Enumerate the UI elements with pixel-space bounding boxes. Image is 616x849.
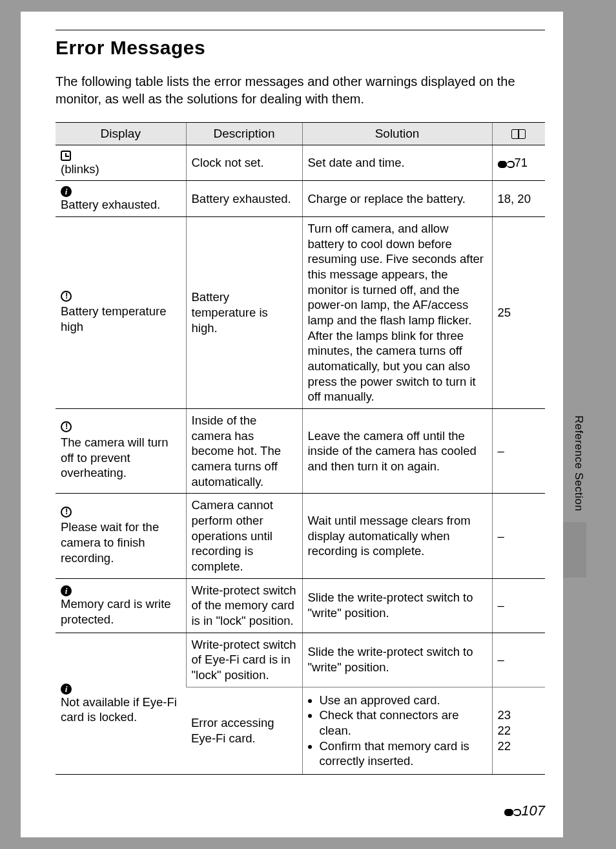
display-text: Not available if Eye-Fi card is locked.: [61, 695, 177, 724]
table-row: Please wait for the camera to finish rec…: [56, 494, 545, 578]
table-row: Battery temperature high Battery tempera…: [56, 216, 545, 408]
solution-cell: Charge or replace the battery.: [302, 181, 492, 217]
list-item: Check that connectors are clean.: [320, 708, 487, 738]
info-icon: i: [61, 186, 72, 197]
description-cell: Inside of the camera has become hot. The…: [186, 408, 302, 493]
description-cell: Error accessing Eye-Fi card.: [186, 687, 302, 774]
table-header-row: Display Description Solution: [56, 123, 545, 145]
table-row: i Battery exhausted. Battery exhausted. …: [56, 181, 545, 217]
warning-icon: [61, 507, 72, 518]
display-text: Battery temperature high: [61, 304, 167, 333]
display-cell: Battery temperature high: [56, 216, 186, 408]
info-icon: i: [61, 585, 72, 596]
solution-cell: Slide the write-protect switch to "write…: [302, 633, 492, 687]
display-text: Please wait for the camera to finish rec…: [61, 520, 159, 564]
reference-cell: 18, 20: [492, 181, 545, 217]
ref-page: 71: [515, 156, 528, 169]
section-tab: [563, 522, 586, 578]
display-text: Memory card is write protected.: [61, 597, 171, 626]
warning-icon: [61, 421, 72, 432]
solution-cell: Slide the write-protect switch to "write…: [302, 578, 492, 633]
page-title: Error Messages: [56, 37, 545, 59]
ref-page: 23: [498, 708, 540, 723]
display-cell: Please wait for the camera to finish rec…: [56, 494, 186, 578]
reference-cell: 23 22 22: [492, 687, 545, 774]
info-icon: i: [61, 684, 72, 695]
solution-list: Use an approved card. Check that connect…: [308, 693, 487, 769]
list-item: Use an approved card.: [320, 693, 487, 708]
table-row: i Memory card is write protected. Write-…: [56, 578, 545, 633]
solution-cell: Wait until message clears from display a…: [302, 494, 492, 578]
error-table: Display Description Solution (blinks) Cl…: [56, 122, 545, 775]
description-cell: Battery temperature is high.: [186, 216, 302, 408]
display-cell: i Not available if Eye-Fi card is locked…: [56, 633, 186, 774]
table-row: (blinks) Clock not set. Set date and tim…: [56, 145, 545, 181]
display-note: (blinks): [61, 162, 99, 176]
reference-cell: 71: [492, 145, 545, 181]
clock-icon: [61, 151, 71, 161]
ref-page: 22: [498, 723, 540, 739]
solution-cell: Set date and time.: [302, 145, 492, 181]
description-cell: Write-protect switch of the memory card …: [186, 578, 302, 633]
link-icon: [504, 808, 521, 815]
display-cell: i Memory card is write protected.: [56, 578, 186, 633]
manual-page: Error Messages The following table lists…: [21, 12, 563, 837]
section-tab-label: Reference Section: [572, 415, 585, 511]
table-row: i Not available if Eye-Fi card is locked…: [56, 633, 545, 687]
display-cell: (blinks): [56, 145, 186, 181]
warning-icon: [61, 291, 72, 302]
intro-paragraph: The following table lists the error mess…: [56, 73, 545, 108]
description-cell: Camera cannot perform other operations u…: [186, 494, 302, 578]
link-icon: [498, 160, 515, 167]
page-number: 107: [521, 802, 545, 819]
table-row: The camera will turn off to prevent over…: [56, 408, 545, 493]
reference-cell: –: [492, 578, 545, 633]
description-cell: Battery exhausted.: [186, 181, 302, 217]
display-text: Battery exhausted.: [61, 198, 160, 211]
col-solution: Solution: [302, 123, 492, 145]
reference-cell: –: [492, 633, 545, 687]
solution-cell: Use an approved card. Check that connect…: [302, 687, 492, 774]
ref-page: 22: [498, 739, 540, 754]
reference-cell: –: [492, 494, 545, 578]
reference-cell: –: [492, 408, 545, 493]
col-description: Description: [186, 123, 302, 145]
list-item: Confirm that memory card is correctly in…: [320, 739, 487, 769]
solution-cell: Leave the camera off until the inside of…: [302, 408, 492, 493]
reference-cell: 25: [492, 216, 545, 408]
solution-cell: Turn off camera, and allow battery to co…: [302, 216, 492, 408]
col-reference: [492, 123, 545, 145]
col-display: Display: [56, 123, 186, 145]
description-cell: Clock not set.: [186, 145, 302, 181]
page-footer: 107: [504, 802, 545, 819]
top-rule: [56, 30, 545, 30]
book-icon: [511, 129, 526, 139]
description-cell: Write-protect switch of Eye-Fi card is i…: [186, 633, 302, 687]
display-text: The camera will turn off to prevent over…: [61, 435, 169, 479]
display-cell: i Battery exhausted.: [56, 181, 186, 217]
display-cell: The camera will turn off to prevent over…: [56, 408, 186, 493]
